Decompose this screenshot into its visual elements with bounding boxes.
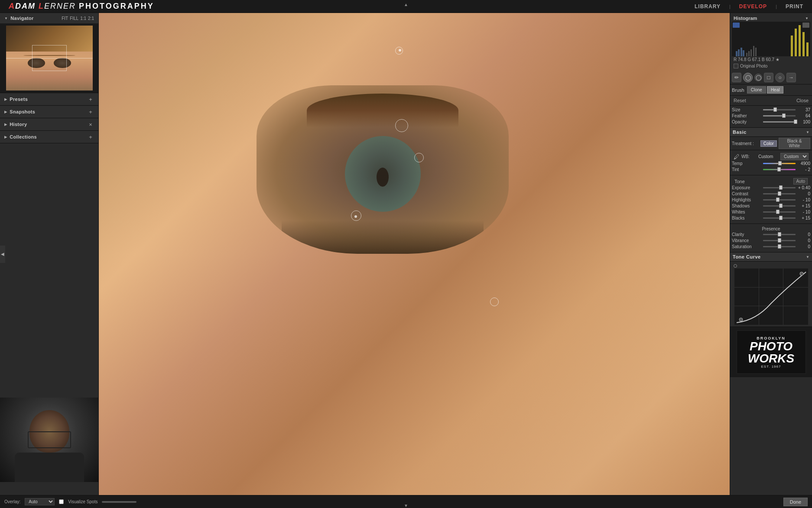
visualize-spots-slider[interactable]	[102, 501, 136, 503]
histogram-section: Histogram ▼	[730, 13, 812, 71]
nav-library[interactable]: LIBRARY	[695, 3, 721, 10]
main-photo	[99, 13, 730, 495]
center-image-area[interactable]	[99, 13, 730, 495]
presets-header[interactable]: ▶ Presets +	[0, 93, 98, 105]
highlights-label: Highlights	[732, 197, 762, 202]
top-navigation: LIBRARY | DEVELOP | PRINT	[695, 3, 803, 10]
presets-add-btn[interactable]: +	[87, 96, 94, 103]
visualize-spots-checkbox[interactable]	[59, 499, 64, 504]
history-close-btn[interactable]: ×	[87, 121, 94, 128]
opacity-slider[interactable]	[763, 121, 796, 123]
hist-bar	[748, 51, 750, 56]
eyebrow	[307, 94, 458, 127]
spot-circle-2[interactable]	[395, 119, 408, 132]
nav-fit[interactable]: FIT	[62, 16, 68, 21]
collections-triangle: ▶	[4, 135, 7, 139]
spot-circle-3[interactable]	[414, 153, 424, 162]
contrast-row: Contrast 0	[732, 191, 810, 196]
collections-header[interactable]: ▶ Collections +	[0, 131, 98, 143]
tint-label: Tint	[732, 167, 762, 172]
nav-develop[interactable]: DEVELOP	[739, 3, 767, 10]
left-panel-collapse[interactable]: ◀	[0, 246, 5, 263]
basic-section-header[interactable]: Basic ▼	[730, 128, 812, 137]
nav-fill[interactable]: FILL	[70, 16, 78, 21]
feather-row: Feather 64	[732, 113, 810, 118]
tool-circle-outline[interactable]: ○	[775, 73, 785, 82]
tool-square[interactable]: □	[764, 73, 773, 82]
temp-label: Temp	[732, 161, 762, 166]
feather-slider[interactable]	[763, 115, 796, 116]
tool-circle-large[interactable]: ◯	[743, 73, 753, 82]
snapshots-add-btn[interactable]: +	[87, 108, 94, 115]
highlights-slider[interactable]	[763, 199, 796, 201]
contrast-slider[interactable]	[763, 193, 796, 194]
done-button[interactable]: Done	[783, 498, 808, 506]
exposure-slider[interactable]	[763, 187, 796, 188]
tint-slider[interactable]	[763, 169, 796, 170]
bw-treatment-btn[interactable]: Black & White	[779, 138, 810, 149]
close-button[interactable]: Close	[795, 97, 810, 104]
hist-bar	[738, 49, 740, 56]
tool-arrow[interactable]: →	[786, 73, 796, 82]
snapshots-section: ▶ Snapshots +	[0, 106, 98, 118]
vibrance-slider[interactable]	[763, 240, 796, 241]
contrast-value: 0	[796, 191, 810, 196]
clarity-slider[interactable]	[763, 234, 796, 235]
vibrance-row: Vibrance 0	[732, 238, 810, 243]
original-photo-row: Original Photo	[732, 63, 810, 69]
tone-curve-collapse[interactable]: ▼	[806, 255, 809, 259]
nav-2-1[interactable]: 2:1	[88, 16, 94, 21]
whites-label: Whites	[732, 210, 762, 214]
opacity-row: Opacity 100	[732, 120, 810, 124]
whites-slider[interactable]	[763, 211, 796, 213]
blacks-slider[interactable]	[763, 217, 796, 219]
spot-circle-5[interactable]	[490, 298, 499, 306]
saturation-slider[interactable]	[763, 246, 796, 247]
snapshots-header[interactable]: ▶ Snapshots +	[0, 106, 98, 118]
color-treatment-btn[interactable]: Color	[760, 140, 777, 147]
left-panel: ▼ Navigator FIT FILL 1:1 2:1	[0, 13, 99, 495]
hist-bar	[736, 51, 737, 56]
wb-label: WB:	[741, 154, 757, 159]
eyedropper-icon[interactable]: 🖊	[734, 153, 740, 160]
tool-circle-small[interactable]: ◯	[754, 74, 762, 81]
nav-print[interactable]: PRINT	[786, 3, 803, 10]
histogram-collapse[interactable]: ▼	[805, 16, 809, 20]
bottom-arrow-down[interactable]: ▼	[404, 503, 408, 508]
bottom-bar: Overlay: Auto Always Never Selected Visu…	[0, 495, 812, 508]
tone-curve-canvas[interactable]	[734, 269, 808, 325]
blacks-row: Blacks + 15	[732, 216, 810, 220]
brush-label: Brush	[732, 87, 744, 93]
opacity-label: Opacity	[732, 120, 762, 124]
collections-add-btn[interactable]: +	[87, 133, 94, 140]
curve-point-btn[interactable]	[734, 264, 737, 268]
clarity-label: Clarity	[732, 232, 762, 237]
history-header[interactable]: ▶ History ×	[0, 118, 98, 130]
logo-est: EST. 1967	[761, 365, 781, 369]
tone-curve-header[interactable]: Tone Curve ▼	[730, 252, 812, 262]
overlay-dropdown[interactable]: Auto Always Never Selected	[25, 498, 55, 505]
nav-1-1[interactable]: 1:1	[80, 16, 86, 21]
reset-button[interactable]: Reset	[732, 97, 748, 104]
original-photo-checkbox[interactable]	[734, 64, 738, 68]
shadows-row: Shadows + 15	[732, 204, 810, 208]
wb-dropdown[interactable]: Custom Auto Daylight	[780, 153, 809, 160]
navigator-header[interactable]: ▼ Navigator FIT FILL 1:1 2:1	[0, 13, 98, 23]
webcam-area: ×	[0, 398, 99, 482]
hist-bar	[746, 53, 747, 56]
tone-auto-btn[interactable]: Auto	[793, 178, 808, 184]
histogram-header[interactable]: Histogram ▼	[732, 15, 810, 22]
clone-button[interactable]: Clone	[747, 86, 766, 94]
hist-clipping-shadows[interactable]	[733, 23, 740, 28]
temp-slider[interactable]	[763, 163, 796, 164]
top-arrow-up[interactable]: ▲	[404, 2, 408, 7]
hist-clipping-highlights[interactable]	[802, 23, 809, 28]
size-slider[interactable]	[763, 109, 796, 110]
tone-section: Tone Auto Exposure + 0.40 Contrast 0	[730, 175, 812, 224]
top-header: ADAM LERNER PHOTOGRAPHY ▲ LIBRARY | DEVE…	[0, 0, 812, 13]
basic-collapse[interactable]: ▼	[806, 130, 809, 134]
shadows-slider[interactable]	[763, 205, 796, 207]
tool-pencil[interactable]: ✏	[732, 73, 741, 82]
heal-button[interactable]: Heal	[767, 86, 784, 94]
wb-value: Custom	[758, 154, 779, 159]
